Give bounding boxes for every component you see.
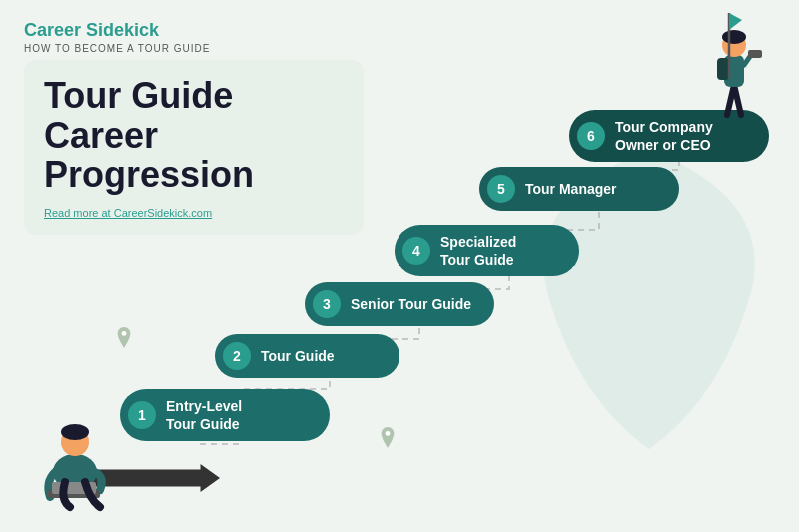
svg-point-0 (122, 331, 127, 336)
person-sitting-illustration (20, 382, 130, 512)
step-5-number: 5 (487, 175, 515, 203)
svg-line-8 (734, 85, 741, 115)
step-3-label: Senior Tour Guide (351, 295, 471, 313)
location-pin-1 (112, 327, 136, 351)
step-3: 3 Senior Tour Guide (305, 282, 494, 326)
step-6-label: Tour Company Owner or CEO (615, 118, 713, 154)
location-pin-2 (376, 427, 400, 451)
svg-point-1 (386, 431, 391, 436)
step-2-label: Tour Guide (261, 347, 335, 365)
step-6-number: 6 (577, 122, 605, 150)
step-1-number: 1 (128, 401, 156, 429)
step-5-label: Tour Manager (525, 180, 617, 198)
flag-illustration (714, 8, 744, 83)
step-1: 1 Entry-Level Tour Guide (120, 389, 330, 441)
step-4-number: 4 (402, 237, 430, 265)
step-5: 5 Tour Manager (479, 167, 679, 211)
step-3-number: 3 (313, 290, 341, 318)
step-1-label: Entry-Level Tour Guide (166, 397, 242, 433)
step-4-label: Specialized Tour Guide (440, 233, 516, 268)
step-2-number: 2 (223, 342, 251, 370)
step-2: 2 Tour Guide (215, 334, 400, 378)
svg-point-4 (61, 424, 89, 440)
step-4: 4 Specialized Tour Guide (395, 225, 579, 276)
svg-rect-14 (748, 50, 762, 58)
